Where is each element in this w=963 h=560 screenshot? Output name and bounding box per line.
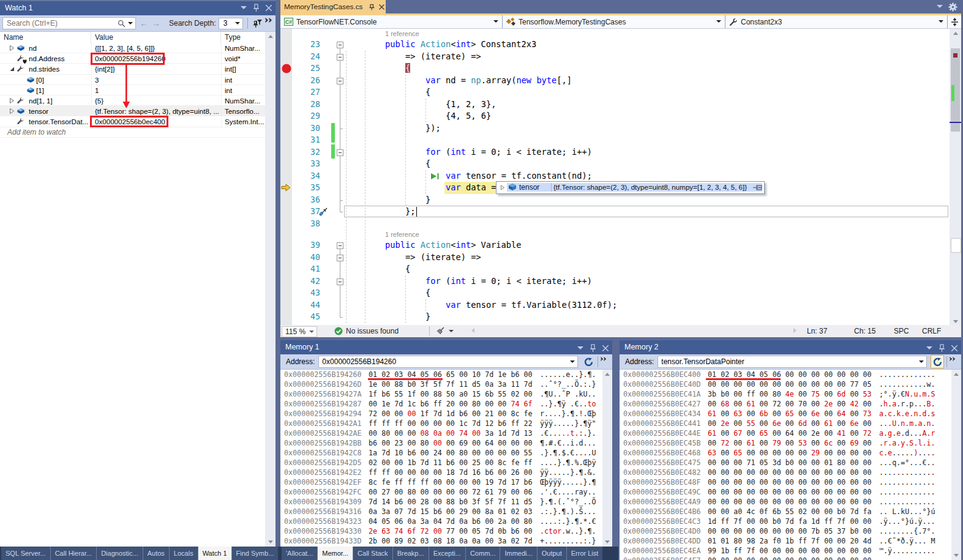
window-position-icon[interactable] [926, 346, 932, 349]
codelens-references[interactable]: 1 reference [385, 29, 419, 39]
watch-value[interactable]: {[[1, 2, 3], [4, 5, 6]]} [91, 43, 221, 53]
collapse-box[interactable] [337, 54, 343, 61]
zoom-select[interactable]: 115 % [282, 326, 317, 337]
collapse-box[interactable] [337, 42, 343, 48]
pin-icon[interactable] [590, 344, 596, 352]
tool-tab[interactable]: Call Hierar... [50, 547, 97, 560]
tool-tab[interactable]: Memor... [317, 547, 353, 560]
issues-status[interactable]: No issues found [346, 326, 399, 336]
code-cleanup-icon[interactable] [436, 326, 446, 335]
code-line[interactable]: 32for (int i = 0; i < iterate; i++) [280, 146, 950, 159]
code-line[interactable]: 44var tensor = tf.Variable(3112.0f); [280, 299, 950, 312]
tool-tab[interactable]: 'Allocat... [282, 547, 317, 560]
collapse-box[interactable] [337, 278, 343, 285]
overflow-chevron[interactable] [950, 357, 956, 361]
code-line[interactable]: 24=> (iterate) => [280, 51, 950, 63]
tab-pin-icon[interactable] [368, 4, 375, 10]
scroll-down-button[interactable] [951, 551, 961, 560]
watch-row[interactable]: nd[1, 1]{5}NumShar... [0, 95, 265, 106]
run-to-cursor-icon[interactable] [430, 173, 440, 180]
document-tab[interactable]: MemoryTestingCases.cs [280, 0, 386, 13]
code-line[interactable]: 34var tensor = tf.constant(nd); [280, 170, 950, 182]
scroll-up-button[interactable] [950, 29, 961, 38]
window-position-icon[interactable] [577, 346, 583, 349]
code-line[interactable]: 43{ [280, 287, 950, 299]
code-line[interactable]: 26var nd = np.array(new byte[,] [280, 75, 950, 87]
hscroll-right-arrow[interactable] [793, 328, 796, 333]
column-name[interactable]: Name [0, 32, 91, 43]
code-line[interactable]: 41{ [280, 263, 950, 275]
filter-pin-icon[interactable] [252, 19, 262, 28]
watch-value[interactable]: {tf.Tensor: shape=(2, 3), dtype=uint8, .… [91, 106, 221, 116]
mem1-scrollbar[interactable] [602, 370, 612, 547]
code-line[interactable]: 36} [280, 194, 950, 206]
class-dropdown[interactable]: Tensorflow.MemoryTestingCases [503, 15, 725, 28]
column-type[interactable]: Type [221, 32, 265, 43]
search-forward-icon[interactable]: → [152, 18, 160, 28]
code-area[interactable]: 1 reference23public Action<int> Constant… [280, 29, 950, 325]
collapse-box[interactable] [337, 242, 343, 249]
overflow-chevron[interactable] [265, 18, 272, 23]
tool-tab[interactable]: Comm... [465, 547, 500, 560]
collapse-box[interactable] [337, 78, 343, 84]
code-line[interactable]: 25{ [280, 62, 950, 75]
code-line[interactable]: 27{ [280, 86, 950, 99]
datatip-expand-icon[interactable] [500, 185, 505, 190]
code-line[interactable]: 45} [280, 311, 950, 323]
close-icon[interactable] [951, 345, 957, 351]
tool-tab[interactable]: Call Stack [353, 547, 392, 560]
breakpoint-icon[interactable] [282, 64, 291, 73]
code-line[interactable]: 42for (int i = 0; i < iterate; i++) [280, 275, 950, 288]
search-input[interactable]: Search (Ctrl+E) [2, 17, 136, 29]
scroll-down-button[interactable] [602, 537, 612, 547]
pin-icon[interactable] [939, 344, 945, 352]
code-line[interactable]: 37}; [280, 206, 950, 218]
tool-tab[interactable]: Find Symb... [231, 547, 279, 560]
code-line[interactable]: 39public Action<int> Variable [280, 239, 950, 252]
hscroll-left-arrow[interactable] [471, 328, 474, 333]
watch-row[interactable]: tensor{tf.Tensor: shape=(2, 3), dtype=ui… [0, 106, 265, 116]
code-line[interactable]: 29{4, 5, 6} [280, 110, 950, 122]
datatip[interactable]: tensor {tf.Tensor: shape=(2, 3), dtype=u… [496, 181, 765, 194]
close-icon[interactable] [602, 345, 609, 351]
refresh-button[interactable] [582, 355, 595, 368]
watch-value[interactable]: 1 [91, 85, 221, 95]
column-value[interactable]: Value [91, 32, 221, 43]
code-line[interactable]: 31 [280, 134, 950, 146]
tool-tab[interactable]: Breakp... [392, 547, 429, 560]
watch-value[interactable]: 3 [91, 75, 221, 85]
code-line[interactable]: 33{ [280, 158, 950, 170]
watch-row[interactable]: [0]3int [0, 75, 265, 85]
close-icon[interactable] [266, 5, 272, 11]
code-line[interactable]: 40=> (iterate) => [280, 252, 950, 264]
member-dropdown[interactable]: Constant2x3 [725, 15, 948, 28]
search-depth-select[interactable]: 3 [219, 18, 243, 29]
code-line[interactable]: 30}); [280, 122, 950, 135]
watch-row[interactable]: nd.strides{int[2]}int[] [0, 64, 265, 74]
codelens-references[interactable]: 1 reference [385, 230, 419, 239]
collapse-box[interactable] [337, 255, 343, 261]
scroll-up-button[interactable] [265, 32, 275, 41]
watch-row[interactable]: nd{[[1, 2, 3], [4, 5, 6]]}NumShar... [0, 43, 265, 53]
address-input[interactable]: tensor.TensorDataPointer [658, 356, 927, 368]
pin-icon[interactable] [253, 4, 259, 12]
split-window-button[interactable] [948, 15, 961, 28]
tool-tab[interactable]: Autos [143, 547, 169, 560]
mem2-titlebar[interactable]: Memory 2 [620, 340, 961, 354]
watch-row[interactable]: [1]1int [0, 85, 265, 95]
project-dropdown[interactable]: C# TensorFlowNET.Console [280, 15, 503, 28]
tab-list-chevron[interactable] [937, 5, 943, 8]
mem2-scrollbar[interactable] [951, 370, 961, 560]
search-options-chevron[interactable] [128, 22, 133, 24]
datatip-pin-icon[interactable] [753, 185, 762, 190]
window-position-icon[interactable] [241, 6, 247, 9]
quick-actions-screwdriver-icon[interactable] [318, 206, 329, 217]
add-watch-item[interactable]: Add item to watch [0, 127, 265, 138]
search-back-icon[interactable]: ← [140, 18, 148, 28]
tool-tab[interactable]: Output [537, 547, 566, 560]
scroll-up-button[interactable] [602, 370, 612, 379]
watch-value[interactable]: {5} [91, 95, 221, 106]
address-input[interactable]: 0x000002556B194260 [318, 356, 578, 368]
tool-tab[interactable]: Locals [169, 547, 198, 560]
collapse-box[interactable] [337, 149, 343, 156]
